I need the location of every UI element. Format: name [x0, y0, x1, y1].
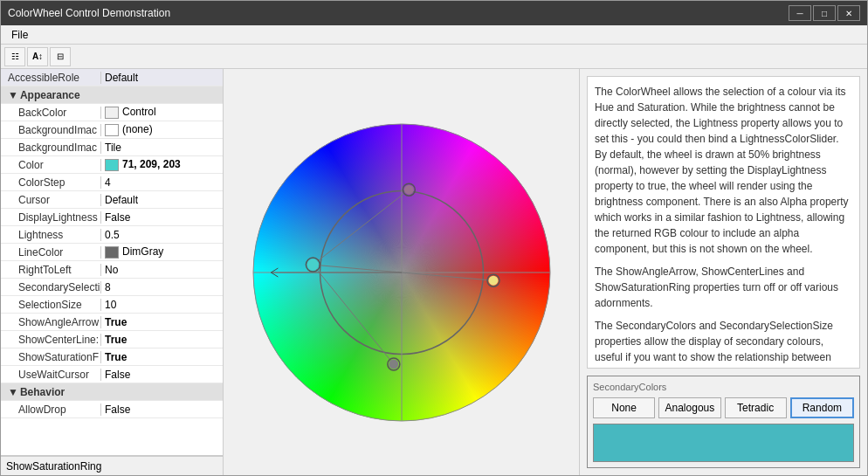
toolbar-btn-3[interactable]: ⊟	[50, 47, 71, 66]
prop-name-secondaryselect: SecondarySelecti	[1, 281, 101, 293]
prop-name-righttoleft: RightToLeft	[1, 264, 101, 276]
secondary-colors-label: SecondaryColors	[593, 382, 854, 392]
main-content: The ColorWheel allows the selection of a…	[224, 69, 867, 475]
prop-name-accessible: AccessibleRole	[1, 72, 101, 84]
prop-value-cursor[interactable]: Default	[101, 194, 223, 206]
title-bar: ColorWheel Control Demonstration ─ □ ✕	[1, 1, 867, 25]
prop-row-backcolor: BackColor Control	[1, 104, 223, 121]
prop-value-bgimagelayout[interactable]: Tile	[101, 141, 223, 154]
category-behavior[interactable]: ▼ Behavior	[1, 383, 223, 401]
category-appearance-label: ▼ Appearance	[1, 89, 101, 101]
expand-appearance-icon: ▼	[8, 89, 18, 101]
minimize-button[interactable]: ─	[789, 5, 811, 21]
content-area: AccessibleRole Default ▼ Appearance Back…	[1, 69, 867, 475]
prop-row-bgimagelayout: BackgroundImac Tile	[1, 139, 223, 156]
main-area: The ColorWheel allows the selection of a…	[224, 69, 867, 475]
description-p1: The ColorWheel allows the selection of a…	[595, 84, 852, 257]
window-title: ColorWheel Control Demonstration	[8, 7, 170, 19]
color-wheel-canvas[interactable]	[249, 120, 555, 425]
toolbar-btn-1[interactable]: ☷	[4, 47, 25, 66]
prop-name-lightness: Lightness	[1, 229, 101, 241]
prop-value-bgimage[interactable]: (none)	[101, 123, 223, 136]
prop-value-selectionsize[interactable]: 10	[101, 299, 223, 311]
toolbar: ☷ A↕ ⊟	[1, 45, 867, 69]
property-grid[interactable]: AccessibleRole Default ▼ Appearance Back…	[1, 69, 223, 456]
prop-value-accessible[interactable]: Default	[101, 72, 223, 84]
title-bar-buttons: ─ □ ✕	[789, 5, 860, 21]
prop-value-showsaturation[interactable]: True	[101, 351, 223, 363]
btn-analogous[interactable]: Analogous	[658, 397, 720, 418]
prop-row-showanglenarrow: ShowAngleArrow True	[1, 314, 223, 331]
prop-row-displaylightness: DisplayLightness False	[1, 209, 223, 226]
prop-row-allowdrop: AllowDrop False	[1, 401, 223, 418]
status-text: ShowSaturationRing	[6, 460, 101, 473]
prop-row-selectionsize: SelectionSize 10	[1, 296, 223, 314]
btn-random[interactable]: Random	[790, 397, 854, 418]
prop-row-secondaryselect: SecondarySelecti 8	[1, 279, 223, 296]
prop-row-cursor: Cursor Default	[1, 191, 223, 209]
color-swatch	[105, 159, 119, 171]
backcolor-swatch	[105, 107, 119, 119]
prop-value-displaylightness[interactable]: False	[101, 211, 223, 224]
prop-name-colorstep: ColorStep	[1, 176, 101, 189]
prop-name-bgimage: BackgroundImac	[1, 124, 101, 136]
prop-row-showsaturation: ShowSaturationF True	[1, 348, 223, 366]
btn-tetradic[interactable]: Tetradic	[725, 397, 787, 418]
prop-row-linecolor: LineColor DimGray	[1, 244, 223, 261]
description-p2: The ShowAngleArrow, ShowCenterLines and …	[595, 264, 852, 311]
expand-behavior-icon: ▼	[8, 386, 18, 398]
prop-name-linecolor: LineColor	[1, 246, 101, 259]
bgimage-swatch	[105, 124, 119, 136]
btn-none[interactable]: None	[593, 397, 655, 418]
prop-value-lightness[interactable]: 0.5	[101, 229, 223, 241]
prop-row-accessible: AccessibleRole Default	[1, 69, 223, 86]
menu-bar: File	[1, 25, 867, 45]
main-window: ColorWheel Control Demonstration ─ □ ✕ F…	[0, 0, 868, 476]
right-panel: The ColorWheel allows the selection of a…	[579, 69, 867, 475]
prop-row-color: Color 71, 209, 203	[1, 156, 223, 174]
category-appearance[interactable]: ▼ Appearance	[1, 86, 223, 104]
prop-name-backcolor: BackColor	[1, 107, 101, 119]
toolbar-btn-2[interactable]: A↕	[27, 47, 48, 66]
secondary-buttons: None Analogous Tetradic Random	[593, 397, 854, 418]
prop-name-cursor: Cursor	[1, 194, 101, 206]
description-box: The ColorWheel allows the selection of a…	[587, 76, 860, 369]
menu-file[interactable]: File	[4, 27, 35, 43]
prop-row-colorstep: ColorStep 4	[1, 174, 223, 191]
linecolor-swatch	[105, 246, 119, 259]
prop-value-backcolor[interactable]: Control	[101, 106, 223, 119]
prop-name-displaylightness: DisplayLightness	[1, 211, 101, 224]
prop-value-showanglenarrow[interactable]: True	[101, 316, 223, 328]
prop-name-bgimagelayout: BackgroundImac	[1, 141, 101, 154]
prop-row-usewaitcursor: UseWaitCursor False	[1, 366, 223, 383]
prop-value-linecolor[interactable]: DimGray	[101, 245, 223, 259]
maximize-button[interactable]: □	[813, 5, 836, 21]
prop-name-allowdrop: AllowDrop	[1, 404, 101, 416]
toolbar-icon-2: A↕	[32, 52, 43, 61]
prop-name-showsaturation: ShowSaturationF	[1, 351, 101, 363]
prop-name-showcenterlines: ShowCenterLine:	[1, 334, 101, 346]
prop-value-usewaitcursor[interactable]: False	[101, 369, 223, 381]
color-wheel-area[interactable]	[224, 69, 579, 475]
description-p3: The SecondaryColors and SecondarySelecti…	[595, 318, 852, 369]
prop-value-showcenterlines[interactable]: True	[101, 334, 223, 346]
prop-name-showanglenarrow: ShowAngleArrow	[1, 316, 101, 328]
prop-row-righttoleft: RightToLeft No	[1, 261, 223, 279]
toolbar-icon-1: ☷	[11, 52, 19, 61]
prop-value-righttoleft[interactable]: No	[101, 264, 223, 276]
prop-value-color[interactable]: 71, 209, 203	[101, 158, 223, 171]
prop-value-allowdrop[interactable]: False	[101, 404, 223, 416]
prop-row-lightness: Lightness 0.5	[1, 226, 223, 244]
toolbar-icon-3: ⊟	[57, 52, 64, 61]
prop-row-showcenterlines: ShowCenterLine: True	[1, 331, 223, 348]
prop-value-secondaryselect[interactable]: 8	[101, 281, 223, 293]
wheel-container	[249, 120, 555, 425]
left-panel: AccessibleRole Default ▼ Appearance Back…	[1, 69, 224, 475]
prop-name-usewaitcursor: UseWaitCursor	[1, 369, 101, 381]
prop-value-colorstep[interactable]: 4	[101, 176, 223, 189]
close-button[interactable]: ✕	[837, 5, 860, 21]
category-behavior-label: ▼ Behavior	[1, 386, 101, 398]
color-preview	[593, 424, 854, 462]
prop-row-bgimage: BackgroundImac (none)	[1, 121, 223, 139]
prop-name-color: Color	[1, 159, 101, 171]
